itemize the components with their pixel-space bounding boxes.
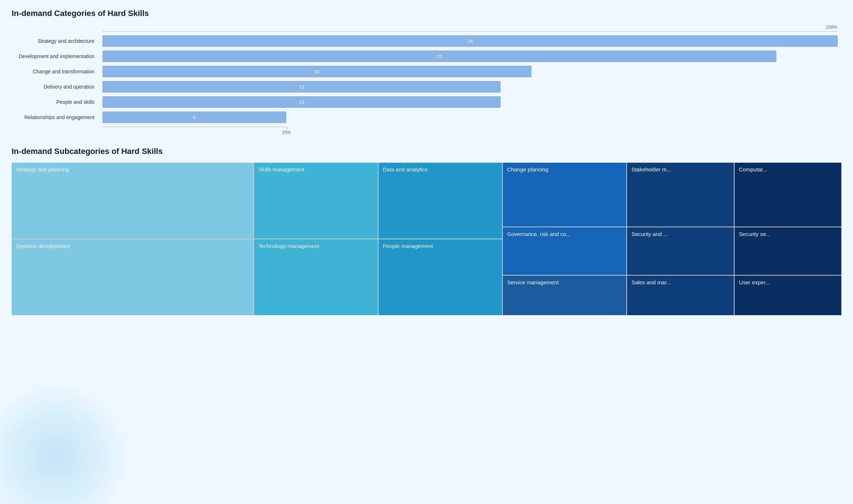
treemap-governance[interactable]: Governance, risk and co... <box>503 227 626 275</box>
page-wrapper: In-demand Categories of Hard Skills 100%… <box>12 9 841 315</box>
treemap-systems-dev[interactable]: Systems development <box>12 239 253 315</box>
treemap-security-and[interactable]: Security and ... <box>627 227 734 275</box>
bar-fill-5[interactable]: 6 <box>102 111 286 123</box>
chart-bottom-label: 25% <box>102 130 291 135</box>
treemap-section: In-demand Subcategories of Hard Skills S… <box>12 147 841 315</box>
treemap-strategy-planning[interactable]: Strategy and planning <box>12 163 253 239</box>
treemap-service-mgmt[interactable]: Service management <box>503 276 626 315</box>
treemap-security-se[interactable]: Security se... <box>735 227 841 275</box>
bar-chart-inner: 100% Strategy and architecture24Developm… <box>12 25 841 123</box>
bar-value-2: 14 <box>314 69 319 74</box>
bar-label-0: Strategy and architecture <box>12 38 99 44</box>
bar-row-5: Relationships and engagement6 <box>102 111 838 123</box>
chart-bottom-area: 25% <box>12 127 841 135</box>
bar-track-1: 22 <box>102 50 838 62</box>
col6: Computat... Security se... User exper... <box>735 163 841 315</box>
bar-row-3: Delivery and operation13 <box>102 81 838 93</box>
bar-label-4: People and skills <box>12 99 99 105</box>
bar-fill-1[interactable]: 22 <box>102 50 776 62</box>
treemap-data-analytics[interactable]: Data and analytics <box>379 163 502 239</box>
bar-value-4: 13 <box>299 99 304 105</box>
bar-label-5: Relationships and engagement <box>12 114 99 120</box>
treemap-user-exper[interactable]: User exper... <box>735 276 841 315</box>
bar-value-3: 13 <box>299 84 304 90</box>
col2: Skills management Technology management <box>254 163 377 315</box>
col3: Data and analytics People management <box>379 163 502 315</box>
treemap-sales-mar[interactable]: Sales and mar... <box>627 276 734 315</box>
bar-track-4: 13 <box>102 96 838 108</box>
bar-row-1: Development and implementation22 <box>102 50 838 62</box>
bar-value-5: 6 <box>193 115 195 120</box>
bar-label-1: Development and implementation <box>12 53 99 59</box>
bar-row-2: Change and transformation14 <box>102 66 838 77</box>
col5: Stakeholder m... Security and ... Sales … <box>627 163 734 315</box>
col1: Strategy and planning Systems developmen… <box>12 163 253 315</box>
treemap-change-planning[interactable]: Change planning <box>503 163 626 227</box>
bar-row-0: Strategy and architecture24 <box>102 35 838 47</box>
treemap-tech-mgmt[interactable]: Technology management <box>254 239 377 315</box>
treemap-computat[interactable]: Computat... <box>735 163 841 227</box>
bar-fill-4[interactable]: 13 <box>102 96 501 108</box>
bar-chart-section: In-demand Categories of Hard Skills 100%… <box>12 9 841 135</box>
col4: Change planning Governance, risk and co.… <box>503 163 626 315</box>
treemap-title: In-demand Subcategories of Hard Skills <box>12 147 841 156</box>
bar-track-5: 6 <box>102 111 838 123</box>
bar-track-0: 24 <box>102 35 838 47</box>
bar-value-1: 22 <box>437 54 442 59</box>
bar-fill-3[interactable]: 13 <box>102 81 501 93</box>
treemap-skills-mgmt[interactable]: Skills management <box>254 163 377 239</box>
bar-track-3: 13 <box>102 81 838 93</box>
chart-top-line <box>102 31 838 32</box>
chart-top-label: 100% <box>102 25 838 30</box>
bar-label-2: Change and transformation <box>12 69 99 74</box>
treemap-people-mgmt[interactable]: People management <box>379 239 502 315</box>
bar-fill-0[interactable]: 24 <box>102 35 838 47</box>
bar-fill-2[interactable]: 14 <box>102 66 531 77</box>
bar-row-4: People and skills13 <box>102 96 838 108</box>
bar-label-3: Delivery and operation <box>12 84 99 90</box>
bar-value-0: 24 <box>468 38 473 44</box>
bar-rows-container: Strategy and architecture24Development a… <box>102 35 838 123</box>
treemap: Strategy and planning Systems developmen… <box>12 163 841 315</box>
bar-track-2: 14 <box>102 66 838 77</box>
treemap-stakeholder[interactable]: Stakeholder m... <box>627 163 734 227</box>
bar-chart-title: In-demand Categories of Hard Skills <box>12 9 841 18</box>
